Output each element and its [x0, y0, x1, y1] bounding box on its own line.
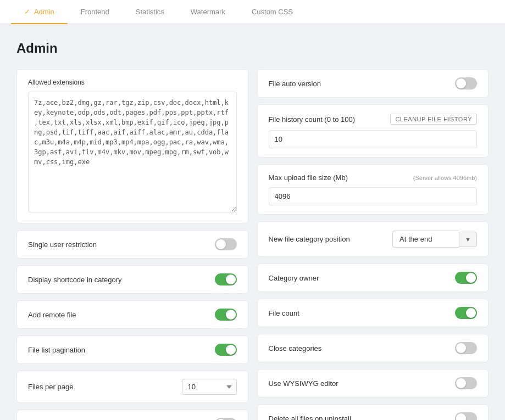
tab-frontend-label: Frontend — [81, 8, 109, 16]
allowed-extensions-card: Allowed extensions 7z,ace,bz2,dmg,gz,rar… — [16, 69, 248, 223]
display-shortcode-track — [215, 273, 237, 285]
file-auto-version-label: File auto version — [269, 80, 321, 88]
display-shortcode-thumb — [226, 275, 236, 284]
file-list-load-more-card: File list load more — [16, 410, 248, 420]
file-auto-version-track — [455, 77, 477, 89]
server-note: (Server allows 4096mb) — [413, 175, 477, 181]
tab-statistics[interactable]: Statistics — [123, 0, 177, 24]
category-owner-label: Category owner — [269, 274, 319, 282]
use-wysiwyg-editor-card: Use WYSIWYG editor — [257, 369, 489, 397]
category-owner-track — [455, 272, 477, 284]
position-dropdown-wrap: At the end At the beginning ▼ — [392, 231, 477, 248]
add-remote-file-card: Add remote file — [16, 300, 248, 329]
top-navigation: ✓ Admin Frontend Statistics Watermark Cu… — [0, 0, 505, 24]
display-shortcode-toggle[interactable] — [215, 273, 237, 285]
delete-all-files-on-uninstall-track — [455, 412, 477, 420]
file-history-count-label: File history count (0 to 100) — [269, 115, 356, 124]
new-file-category-position-card: New file category position At the end At… — [257, 221, 489, 257]
close-categories-thumb — [456, 343, 466, 353]
tab-watermark[interactable]: Watermark — [177, 0, 238, 24]
allowed-extensions-label: Allowed extensions — [28, 79, 237, 86]
file-list-pagination-thumb — [226, 345, 236, 355]
file-history-count-card: File history count (0 to 100) CLEANUP FI… — [257, 104, 489, 158]
tab-statistics-label: Statistics — [136, 8, 164, 16]
new-file-category-position-label: New file category position — [269, 235, 350, 243]
single-user-restriction-track — [215, 238, 237, 250]
file-list-load-more-track — [215, 418, 237, 420]
delete-all-files-on-uninstall-card: Delete all files on uninstall — [257, 404, 489, 420]
cleanup-file-history-button[interactable]: CLEANUP FILE HISTORY — [390, 114, 477, 125]
right-column: File auto version File history count (0 … — [257, 69, 489, 420]
use-wysiwyg-editor-label: Use WYSIWYG editor — [269, 379, 338, 388]
left-column: Allowed extensions 7z,ace,bz2,dmg,gz,rar… — [16, 69, 248, 420]
max-upload-file-size-input[interactable] — [269, 187, 478, 205]
check-icon: ✓ — [24, 8, 30, 16]
display-shortcode-card: Display shortcode in category — [16, 265, 248, 294]
category-owner-card: Category owner — [257, 264, 489, 292]
max-upload-file-size-card: Max upload file size (Mb) (Server allows… — [257, 164, 489, 215]
add-remote-file-track — [215, 309, 237, 321]
file-count-track — [455, 307, 477, 319]
file-list-load-more-toggle[interactable] — [215, 418, 237, 420]
file-count-toggle[interactable] — [455, 307, 477, 319]
close-categories-toggle[interactable] — [455, 342, 477, 354]
delete-all-files-on-uninstall-toggle[interactable] — [455, 412, 477, 420]
two-column-layout: Allowed extensions 7z,ace,bz2,dmg,gz,rar… — [16, 69, 489, 420]
files-per-page-card: Files per page 10 5 20 50 100 — [16, 371, 248, 403]
page-content: Admin Allowed extensions 7z,ace,bz2,dmg,… — [0, 24, 505, 420]
use-wysiwyg-editor-toggle[interactable] — [455, 377, 477, 389]
use-wysiwyg-editor-thumb — [456, 378, 466, 388]
category-owner-toggle[interactable] — [455, 272, 477, 284]
single-user-restriction-thumb — [216, 239, 226, 249]
allowed-extensions-textarea[interactable]: 7z,ace,bz2,dmg,gz,rar,tgz,zip,csv,doc,do… — [28, 92, 237, 212]
tab-custom-css-label: Custom CSS — [252, 8, 293, 16]
single-user-restriction-label: Single user restriction — [28, 240, 97, 249]
tab-watermark-label: Watermark — [191, 8, 225, 16]
file-auto-version-thumb — [456, 79, 466, 88]
delete-all-files-on-uninstall-thumb — [456, 413, 466, 420]
add-remote-file-toggle[interactable] — [215, 309, 237, 321]
file-count-label: File count — [269, 309, 299, 317]
file-history-count-header: File history count (0 to 100) CLEANUP FI… — [269, 114, 478, 125]
max-upload-file-size-header: Max upload file size (Mb) (Server allows… — [269, 173, 478, 182]
max-upload-file-size-label: Max upload file size (Mb) — [269, 173, 348, 182]
close-categories-label: Close categories — [269, 344, 322, 352]
tab-frontend[interactable]: Frontend — [68, 0, 123, 24]
file-auto-version-card: File auto version — [257, 69, 489, 98]
file-list-pagination-toggle[interactable] — [215, 344, 237, 356]
tab-admin[interactable]: ✓ Admin — [11, 0, 68, 24]
tab-admin-label: Admin — [34, 8, 54, 16]
close-categories-track — [455, 342, 477, 354]
file-auto-version-toggle[interactable] — [455, 77, 477, 89]
tab-custom-css[interactable]: Custom CSS — [238, 0, 306, 24]
files-per-page-select[interactable]: 10 5 20 50 100 — [182, 379, 237, 395]
category-owner-thumb — [466, 273, 476, 283]
file-count-thumb — [466, 308, 476, 318]
single-user-restriction-toggle[interactable] — [215, 238, 237, 250]
close-categories-card: Close categories — [257, 334, 489, 362]
file-list-pagination-card: File list pagination — [16, 335, 248, 364]
add-remote-file-label: Add remote file — [28, 311, 76, 319]
position-chevron-icon[interactable]: ▼ — [459, 232, 477, 247]
file-list-pagination-track — [215, 344, 237, 356]
page-title: Admin — [16, 41, 489, 56]
add-remote-file-thumb — [226, 310, 236, 320]
use-wysiwyg-editor-track — [455, 377, 477, 389]
file-list-pagination-label: File list pagination — [28, 346, 85, 354]
single-user-restriction-card: Single user restriction — [16, 230, 248, 259]
delete-all-files-on-uninstall-label: Delete all files on uninstall — [269, 415, 351, 421]
files-per-page-label: Files per page — [28, 383, 73, 391]
new-file-category-position-select[interactable]: At the end At the beginning — [392, 231, 459, 248]
file-history-count-input[interactable] — [269, 130, 478, 148]
file-count-card: File count — [257, 299, 489, 327]
display-shortcode-label: Display shortcode in category — [28, 276, 122, 284]
